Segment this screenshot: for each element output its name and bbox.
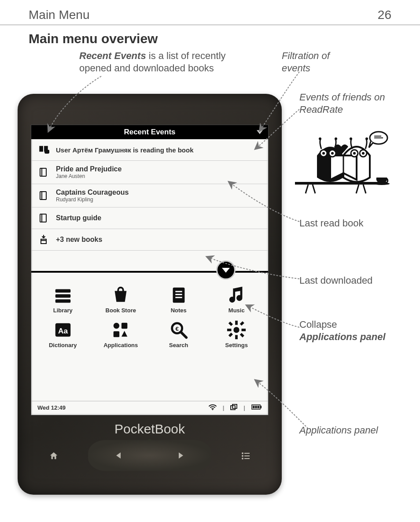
app-settings[interactable]: Settings bbox=[208, 320, 266, 348]
callout-recent-events: Recent Events is a list of recently open… bbox=[79, 50, 238, 74]
book-row[interactable]: Pride and Prejudice Jane Austen bbox=[31, 161, 268, 184]
speech-book-icon bbox=[37, 144, 50, 156]
svg-point-13 bbox=[350, 137, 352, 140]
svg-marker-38 bbox=[122, 331, 127, 337]
svg-rect-65 bbox=[244, 455, 250, 456]
svg-rect-67 bbox=[244, 458, 250, 459]
device-frame: Recent Events User Артём Грамушняк is re… bbox=[18, 94, 282, 495]
app-music[interactable]: Music bbox=[208, 285, 266, 314]
svg-rect-32 bbox=[175, 297, 182, 298]
svg-rect-63 bbox=[244, 453, 250, 454]
svg-line-40 bbox=[181, 332, 186, 337]
next-button[interactable] bbox=[177, 442, 184, 469]
collapse-apps-button[interactable] bbox=[216, 260, 236, 280]
svg-rect-20 bbox=[40, 192, 46, 200]
recent-events-header[interactable]: Recent Events bbox=[31, 125, 268, 139]
svg-marker-61 bbox=[179, 452, 183, 459]
svg-rect-44 bbox=[235, 335, 238, 340]
svg-rect-23 bbox=[41, 214, 42, 222]
svg-rect-30 bbox=[175, 291, 182, 292]
wifi-icon bbox=[209, 404, 217, 411]
svg-point-42 bbox=[234, 327, 239, 333]
svg-marker-60 bbox=[116, 452, 121, 459]
svg-rect-0 bbox=[295, 182, 387, 185]
callout-last-downloaded: Last downloaded bbox=[299, 274, 372, 287]
app-dictionary[interactable]: Aa Dictionary bbox=[34, 320, 92, 348]
prev-button[interactable] bbox=[115, 442, 122, 469]
svg-rect-31 bbox=[175, 294, 182, 295]
svg-rect-36 bbox=[122, 323, 127, 329]
svg-rect-37 bbox=[114, 331, 119, 337]
book-icon bbox=[37, 166, 50, 178]
book-row[interactable]: Startup guide bbox=[31, 207, 268, 229]
header-title: Main Menu bbox=[29, 8, 90, 22]
svg-rect-57 bbox=[256, 406, 258, 408]
svg-point-35 bbox=[114, 323, 119, 329]
svg-point-7 bbox=[322, 152, 325, 155]
svg-point-10 bbox=[362, 152, 365, 155]
music-icon bbox=[226, 285, 247, 305]
svg-rect-19 bbox=[41, 168, 42, 176]
svg-rect-50 bbox=[228, 333, 233, 337]
svg-rect-26 bbox=[55, 289, 71, 293]
app-library[interactable]: Library bbox=[34, 285, 92, 314]
svg-text:€: € bbox=[175, 326, 179, 332]
svg-rect-59 bbox=[261, 406, 262, 408]
applications-panel: Library Book Store Notes Music Aa Dictio… bbox=[31, 273, 268, 352]
svg-rect-55 bbox=[253, 406, 254, 408]
library-icon bbox=[53, 285, 73, 305]
svg-rect-47 bbox=[228, 322, 233, 326]
callout-filtration: Filtration of events bbox=[282, 50, 343, 74]
callout-last-read: Last read book bbox=[299, 217, 364, 230]
svg-rect-49 bbox=[240, 321, 244, 326]
app-applications[interactable]: Applications bbox=[92, 320, 150, 348]
svg-text:Aa: Aa bbox=[58, 326, 68, 335]
chevron-down-icon[interactable] bbox=[257, 130, 263, 134]
svg-rect-24 bbox=[41, 239, 46, 244]
svg-point-12 bbox=[335, 137, 337, 140]
svg-point-11 bbox=[319, 137, 321, 140]
svg-rect-17 bbox=[44, 150, 49, 154]
book-row[interactable]: Captains Courageous Rudyard Kipling bbox=[31, 184, 268, 207]
callout-friends: Events of friends on ReadRate bbox=[299, 91, 396, 115]
svg-rect-53 bbox=[232, 404, 237, 408]
friend-event-row[interactable]: User Артём Грамушняк is reading the book bbox=[31, 139, 268, 161]
svg-point-9 bbox=[353, 152, 356, 155]
hardware-buttons bbox=[31, 443, 269, 469]
svg-rect-45 bbox=[227, 329, 232, 331]
svg-rect-18 bbox=[40, 168, 46, 176]
svg-point-16 bbox=[374, 182, 390, 185]
page-header: Main Menu 26 bbox=[0, 0, 420, 25]
applications-icon bbox=[111, 320, 131, 340]
dictionary-icon: Aa bbox=[53, 320, 73, 340]
svg-rect-43 bbox=[235, 321, 238, 325]
svg-point-66 bbox=[242, 458, 243, 459]
section-title: Main menu overview bbox=[0, 31, 420, 46]
svg-rect-22 bbox=[40, 214, 46, 222]
svg-point-64 bbox=[242, 455, 243, 457]
app-notes[interactable]: Notes bbox=[150, 285, 208, 314]
app-search[interactable]: € Search bbox=[150, 320, 208, 348]
svg-point-8 bbox=[331, 152, 334, 155]
home-button[interactable] bbox=[41, 443, 67, 469]
page-number: 26 bbox=[378, 8, 391, 22]
svg-rect-58 bbox=[258, 406, 259, 408]
new-books-row[interactable]: +3 new books bbox=[31, 229, 268, 251]
svg-point-51 bbox=[212, 409, 213, 410]
settings-icon bbox=[226, 320, 247, 340]
svg-rect-52 bbox=[231, 406, 235, 410]
device-screen: Recent Events User Артём Грамушняк is re… bbox=[31, 125, 269, 415]
download-book-icon bbox=[37, 233, 50, 246]
callout-apps-panel: Applications panel bbox=[299, 424, 378, 437]
svg-rect-48 bbox=[240, 333, 244, 337]
svg-rect-27 bbox=[55, 294, 71, 298]
status-bar: Wed 12:49 | | bbox=[31, 401, 268, 415]
svg-rect-46 bbox=[242, 329, 246, 331]
apps-panel-divider bbox=[31, 251, 268, 273]
menu-button[interactable] bbox=[232, 443, 259, 469]
task-icon bbox=[230, 404, 237, 411]
svg-rect-56 bbox=[254, 406, 256, 408]
app-book-store[interactable]: Book Store bbox=[92, 285, 150, 314]
device-brand: PocketBook bbox=[31, 422, 269, 437]
book-icon bbox=[37, 189, 50, 202]
